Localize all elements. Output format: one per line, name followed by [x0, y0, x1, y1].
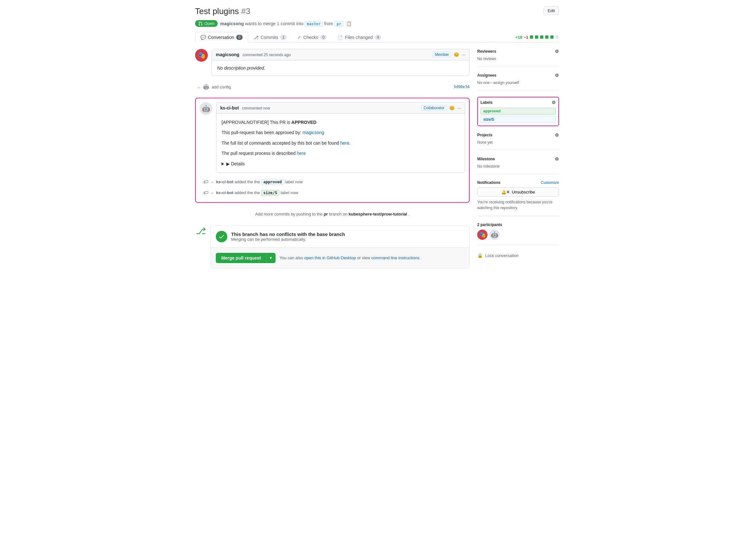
diff-block-2: [535, 36, 538, 39]
bot-line1: [APPROVALNOTIFIER] This PR is APPROVED: [222, 119, 460, 126]
commits-icon: ⎇: [253, 35, 259, 40]
tab-conversation[interactable]: 💬 Conversation 0: [195, 32, 248, 42]
label-tag-icon-2: 🏷: [203, 190, 208, 196]
first-comment-box: magicsong commented 25 seconds ago Membe…: [212, 49, 470, 76]
tab-files-changed[interactable]: 📄 Files changed 4: [332, 32, 387, 42]
sidebar-assignees: Assignees ⚙ No one—assign yourself: [477, 73, 559, 91]
label-event-approved: 🏷 ⬦ ks-ci-bot added the the approved lab…: [200, 177, 465, 187]
base-branch[interactable]: master: [305, 21, 323, 27]
head-branch[interactable]: pr: [334, 21, 344, 27]
pr-number: #3: [241, 6, 250, 16]
first-comment-actions: Member 😊 ···: [432, 52, 465, 58]
tab-commits[interactable]: ⎇ Commits 1: [248, 32, 292, 42]
bot-comment-meta: ks-ci-bot commented now: [220, 105, 270, 111]
customize-link[interactable]: Customize: [541, 180, 559, 185]
merge-check-icon: [216, 231, 227, 242]
pr-subtitle: Open magicsong wants to merge 1 commit i…: [195, 20, 559, 27]
bot-comment-time: commented now: [242, 106, 270, 111]
tab-checks[interactable]: ✓ Checks 0: [292, 32, 332, 42]
bot-more-options-icon[interactable]: ···: [457, 105, 461, 111]
conversation-icon: 💬: [201, 35, 206, 40]
lock-conversation-label: Lock conversation: [485, 253, 519, 258]
merge-branch-icon: ⎇: [196, 226, 206, 236]
unsubscribe-button[interactable]: 🔔✕ Unsubscribe: [477, 187, 559, 197]
diff-block-4: [545, 36, 548, 39]
bot-comment-thread: 🤖 ks-ci-bot commented now Collaborator 😊: [200, 102, 465, 173]
bot-line3: The full list of commands accepted by th…: [222, 140, 460, 146]
sidebar-projects: Projects ⚙ None yet: [477, 133, 559, 150]
label-events: 🏷 ⬦ ks-ci-bot added the the approved lab…: [200, 177, 465, 198]
approved-label-tag: approved: [261, 179, 284, 185]
commit-message: add config: [212, 85, 231, 89]
merge-header-text: This branch has no conflicts with the ba…: [231, 232, 345, 242]
diff-block-1: [530, 36, 533, 39]
merge-header: This branch has no conflicts with the ba…: [211, 226, 469, 248]
projects-value: None yet: [477, 140, 559, 145]
merge-button-group: Merge pull request ▾: [216, 253, 276, 263]
bot-details[interactable]: ▶ Details: [222, 160, 460, 167]
commit-sha[interactable]: 3d90e34: [453, 85, 470, 89]
bot-commands-link[interactable]: here: [340, 140, 349, 145]
emoji-reaction-icon[interactable]: 😊: [454, 52, 459, 57]
label-list: approved size/S: [481, 107, 556, 123]
first-comment-header: magicsong commented 25 seconds ago Membe…: [212, 49, 469, 60]
notifications-title: Notifications: [477, 180, 501, 185]
label-event-size: 🏷 ⬦ ks-ci-bot added the the size/S label…: [200, 187, 465, 198]
lock-conversation-button[interactable]: 🔒 Lock conversation: [477, 252, 559, 259]
bot-comment-box: ks-ci-bot commented now Collaborator 😊 ·…: [216, 102, 465, 173]
commit-note-repo: kubesphere-test/prow-tutorial: [349, 212, 407, 217]
first-comment-thread: 🎭 magicsong commented 25 seconds ago Mem…: [195, 49, 470, 76]
tab-commits-count: 1: [280, 35, 287, 40]
bot-process-link[interactable]: here: [297, 151, 306, 156]
bot-emoji-reaction-icon[interactable]: 😊: [449, 105, 454, 111]
sidebar-labels: Labels ⚙ approved size/S: [477, 97, 559, 126]
sidebar-notifications: Notifications Customize 🔔✕ Unsubscribe Y…: [477, 180, 559, 216]
bot-author-link[interactable]: magicsong: [303, 130, 324, 135]
participants-row: 🎭 🤖: [477, 229, 559, 240]
diff-block-3: [540, 36, 543, 39]
more-options-icon[interactable]: ···: [462, 52, 465, 57]
bot-comment-actions: Collaborator 😊 ···: [421, 105, 461, 111]
participant-avatar-1: 🎭: [477, 229, 487, 240]
pr-title: Test plugins: [195, 6, 239, 16]
merge-dropdown-button[interactable]: ▾: [266, 253, 276, 263]
edit-button[interactable]: Edit: [544, 6, 559, 15]
reviewers-gear-icon[interactable]: ⚙: [555, 49, 559, 54]
labels-gear-icon[interactable]: ⚙: [552, 100, 556, 105]
milestone-gear-icon[interactable]: ⚙: [555, 157, 559, 162]
merge-title: This branch has no conflicts with the ba…: [231, 232, 345, 237]
label-event-1-text: ks-ci-bot added the the approved label n…: [216, 179, 303, 184]
reviewers-value: No reviews: [477, 57, 559, 61]
bot-comment-badge: Collaborator: [421, 105, 447, 111]
bell-mute-icon: 🔔✕: [501, 189, 510, 195]
merge-outer: ⎇ This branch has no conflicts with the …: [195, 225, 470, 274]
pr-author: magicsong wants to merge 1 commit into m…: [220, 21, 344, 26]
milestone-value: No milestone: [477, 164, 559, 168]
commit-connector-icon: ⬦: [198, 85, 200, 89]
merge-text: You can also open this in GitHub Desktop…: [279, 255, 421, 260]
first-comment-body: No description provided.: [212, 60, 469, 76]
tab-commits-label: Commits: [261, 35, 278, 40]
label-tag-icon-1: 🏷: [203, 179, 208, 185]
assignees-title: Assignees ⚙: [477, 73, 559, 78]
github-desktop-link[interactable]: open this in GitHub Desktop: [304, 255, 356, 260]
label-event-1-connector: ⬦: [211, 179, 213, 184]
reviewers-title: Reviewers ⚙: [477, 49, 559, 54]
checks-icon: ✓: [298, 35, 301, 40]
first-comment-avatar: 🎭: [195, 49, 208, 62]
merge-pull-request-button[interactable]: Merge pull request: [216, 253, 266, 263]
bot-details-summary[interactable]: ▶ Details: [222, 160, 460, 167]
open-badge: Open: [195, 20, 218, 27]
commit-note: Add more commits by pushing to the pr br…: [195, 208, 470, 220]
label-event-2-text: ks-ci-bot added the the size/S label now: [216, 190, 298, 195]
assignees-gear-icon[interactable]: ⚙: [555, 73, 559, 78]
sidebar-reviewers: Reviewers ⚙ No reviews: [477, 49, 559, 66]
label-event-2-connector: ⬦: [211, 190, 213, 195]
pr-icon: [198, 21, 203, 26]
cli-link[interactable]: command line instructions: [371, 255, 419, 260]
label-approved: approved: [481, 107, 556, 115]
tab-files-count: 4: [375, 35, 382, 40]
projects-gear-icon[interactable]: ⚙: [555, 133, 559, 138]
merge-section: This branch has no conflicts with the ba…: [210, 225, 470, 268]
copy-icon[interactable]: 📋: [346, 21, 351, 26]
